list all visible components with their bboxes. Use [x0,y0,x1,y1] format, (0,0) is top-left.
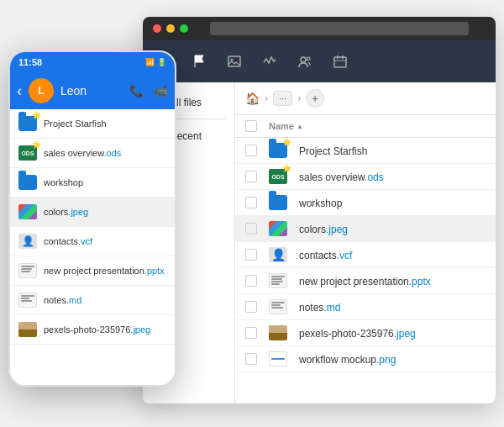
mobile-file-name: Project Starfish [44,119,107,129]
mobile-status-bar: 11:58 📶 🔋 [10,52,175,72]
mobile-image-icon [18,204,37,219]
flag-toolbar-icon[interactable] [192,54,207,69]
address-bar[interactable] [210,22,469,35]
svg-point-2 [301,57,306,62]
calendar-toolbar-icon[interactable] [333,54,348,69]
desktop-window: 🏠 All files 🕐 Recent 🏠 › ··· › + [143,17,496,403]
star-badge: ⭐ [32,111,41,119]
row-checkbox[interactable] [245,171,257,182]
mobile-file-list: ⭐ Project Starfish ODS ⭐ sales overview.… [10,109,175,385]
path-more-button[interactable]: ··· [273,91,292,106]
file-info: Project Starfish [294,143,486,158]
mobile-file-name: workshop [44,177,83,187]
phone-call-icon[interactable]: 📞 [129,84,144,98]
image-file-icon [269,221,294,236]
home-path-icon[interactable]: 🏠 [245,92,260,105]
mobile-file-name: notes.md [44,295,81,305]
mobile-file-item[interactable]: notes.md [10,286,175,315]
row-checkbox[interactable] [245,301,257,313]
mobile-file-name: new project presentation.pptx [44,266,165,276]
mobile-ods-icon: ODS ⭐ [18,145,37,161]
mobile-pptx-icon [18,263,37,278]
file-info: sales overview.ods [294,169,486,184]
wifi-icon: 📶 [145,58,155,66]
path-add-button[interactable]: + [306,89,324,108]
photo-file-icon [269,325,294,340]
mobile-file-name: pexels-photo-235976.jpeg [44,324,150,335]
star-badge: ⭐ [282,138,291,146]
mobile-file-item[interactable]: workshop [10,168,175,198]
file-row[interactable]: workshop [235,190,496,216]
row-checkbox[interactable] [245,249,257,261]
file-name: new project presentation.pptx [299,276,431,287]
file-row[interactable]: colors.jpeg [235,216,496,242]
file-row[interactable]: pexels-photo-235976.jpeg [235,320,496,346]
close-dot[interactable] [153,24,161,33]
path-bar: 🏠 › ··· › + [235,82,496,115]
title-bar [143,17,496,40]
svg-point-1 [231,59,234,61]
path-chevron: › [265,92,268,104]
mobile-file-item[interactable]: new project presentation.pptx [10,256,175,286]
path-chevron2: › [297,92,301,104]
file-name: notes.md [299,302,340,314]
mobile-time: 11:58 [18,57,42,67]
contacts-toolbar-icon[interactable] [297,54,312,69]
file-row[interactable]: new project presentation.pptx [235,268,496,294]
file-row[interactable]: ⭐ Project Starfish [235,138,496,164]
file-info: colors.jpeg [294,221,486,236]
file-list: ⭐ Project Starfish ODS ⭐ [235,138,496,403]
file-info: workshop [294,195,486,210]
photos-toolbar-icon[interactable] [227,54,242,69]
contact-avatar: L [29,78,54,103]
mobile-file-item[interactable]: ⭐ Project Starfish [10,109,175,139]
mobile-phone: 11:58 📶 🔋 ‹ L Leon 📞 📹 ⭐ Project Starfis… [8,50,176,387]
file-row[interactable]: workflow mockup.png [235,346,496,372]
chat-actions: 📞 📹 [129,84,168,98]
mobile-folder-icon: ⭐ [18,116,37,131]
mobile-md-icon [18,293,37,308]
row-checkbox[interactable] [245,197,257,208]
file-info: workflow mockup.png [294,351,486,366]
file-name: workflow mockup.png [299,354,396,366]
video-call-icon[interactable]: 📹 [154,84,168,98]
main-content: 🏠 › ··· › + Name ▲ [235,82,496,403]
toolbar [143,40,496,82]
file-name: Project Starfish [299,145,367,157]
file-name: sales overview.ods [299,171,384,183]
mobile-file-name: colors.jpeg [44,207,88,217]
checkbox-header[interactable] [245,120,269,132]
file-list-header: Name ▲ [235,115,496,138]
file-name: workshop [299,198,342,209]
svg-rect-4 [334,57,346,67]
mobile-file-name: sales overview.ods [44,148,121,158]
mobile-folder-icon [18,175,37,190]
row-checkbox[interactable] [245,145,257,156]
file-row[interactable]: notes.md [235,294,496,320]
mobile-file-item[interactable]: ODS ⭐ sales overview.ods [10,139,175,168]
row-checkbox[interactable] [245,327,257,339]
name-column-header[interactable]: Name ▲ [269,120,486,132]
mobile-photo-icon [18,322,37,337]
back-button[interactable]: ‹ [17,82,22,100]
select-all-checkbox[interactable] [245,120,257,132]
minimize-dot[interactable] [166,24,175,33]
pptx-file-icon [269,273,294,288]
maximize-dot[interactable] [180,24,188,33]
contact-file-icon: 👤 [269,247,294,262]
file-row[interactable]: ODS ⭐ sales overview.ods [235,164,496,190]
row-checkbox[interactable] [245,353,257,365]
file-row[interactable]: 👤 contacts.vcf [235,242,496,268]
activity-toolbar-icon[interactable] [262,54,277,69]
svg-point-3 [307,57,310,61]
mobile-file-item[interactable]: colors.jpeg [10,198,175,227]
row-checkbox[interactable] [245,275,257,287]
folder-icon: ⭐ [269,143,294,158]
mobile-file-item[interactable]: 👤 contacts.vcf [10,227,175,256]
contact-name: Leon [60,84,123,98]
mobile-file-item[interactable]: pexels-photo-235976.jpeg [10,315,175,345]
row-checkbox[interactable] [245,223,257,235]
mobile-contact-icon: 👤 [18,234,37,249]
ods-file-icon: ODS ⭐ [269,169,294,184]
file-info: pexels-photo-235976.jpeg [294,325,486,340]
